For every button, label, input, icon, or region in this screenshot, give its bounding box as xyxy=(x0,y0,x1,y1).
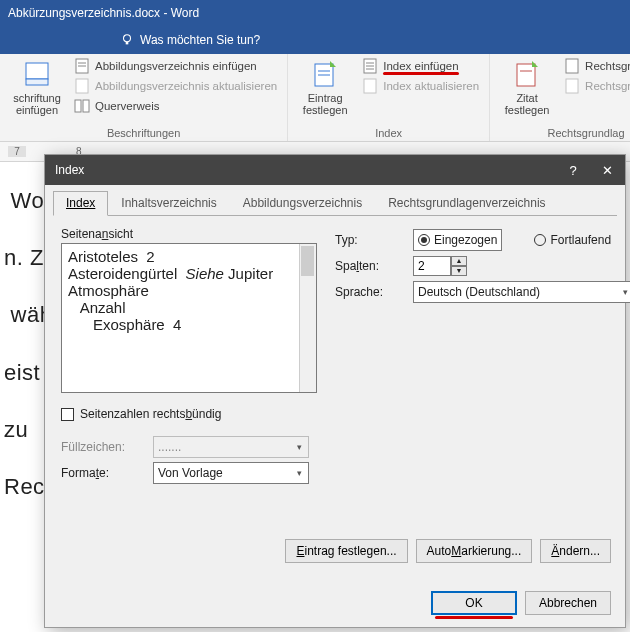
update-figure-index-label: Abbildungsverzeichnis aktualisieren xyxy=(95,80,277,92)
ribbon-group-label-captions: Beschriftungen xyxy=(10,125,277,139)
tab-figures[interactable]: Abbildungsverzeichnis xyxy=(230,191,375,216)
crossref-icon xyxy=(74,98,90,114)
insert-legal-button[interactable]: Rechtsgrundlage xyxy=(564,58,630,74)
window-title: Abkürzungsverzeichnis.docx - Word xyxy=(8,6,199,20)
svg-rect-1 xyxy=(126,42,129,45)
tell-me-text: Was möchten Sie tun? xyxy=(140,33,260,47)
ribbon: schriftung einfügen Abbildungsverzeichni… xyxy=(0,54,630,142)
svg-rect-18 xyxy=(517,64,535,86)
svg-rect-21 xyxy=(566,79,578,93)
mark-citation-button[interactable]: Zitat festlegen xyxy=(500,58,554,116)
update-index-icon xyxy=(362,78,378,94)
eintrag-festlegen-button[interactable]: Eintrag festlegen... xyxy=(285,539,407,563)
ribbon-group-label-legal: Rechtsgrundlag xyxy=(500,125,630,139)
svg-rect-9 xyxy=(83,100,89,112)
update-icon xyxy=(74,78,90,94)
mark-citation-icon xyxy=(511,58,543,90)
spalten-label: Spalten: xyxy=(335,259,405,273)
formate-select[interactable]: Von Vorlage ▾ xyxy=(153,462,309,484)
aendern-button[interactable]: Ändern... xyxy=(540,539,611,563)
preview-box: Aristoteles 2 Asteroidengürtel Siehe Jup… xyxy=(61,243,317,393)
dialog-footer: Eintrag festlegen... AutoMarkierung... Ä… xyxy=(59,539,611,615)
svg-rect-2 xyxy=(26,63,48,79)
tab-toc[interactable]: Inhaltsverzeichnis xyxy=(108,191,229,216)
sprache-label: Sprache: xyxy=(335,285,405,299)
update-index-button[interactable]: Index aktualisieren xyxy=(362,78,479,94)
update-legal-icon xyxy=(564,78,580,94)
preview-scrollbar[interactable] xyxy=(299,244,316,392)
spalten-spinner[interactable]: ▲▼ xyxy=(413,256,467,276)
mark-entry-button[interactable]: Eintrag festlegen xyxy=(298,58,352,116)
preview-line: Asteroidengürtel Siehe Jupiter xyxy=(68,265,310,282)
legal-doc-icon xyxy=(564,58,580,74)
update-index-label: Index aktualisieren xyxy=(383,80,479,92)
update-legal-label: Rechtsgrundlag xyxy=(585,80,630,92)
spalten-input[interactable] xyxy=(413,256,451,276)
ribbon-group-legal: Zitat festlegen Rechtsgrundlage Rechtsgr… xyxy=(490,54,630,141)
svg-rect-20 xyxy=(566,59,578,73)
formate-label: Formate: xyxy=(61,466,145,480)
dialog-tabs: Index Inhaltsverzeichnis Abbildungsverze… xyxy=(45,185,625,216)
insert-index-icon xyxy=(362,58,378,74)
cancel-button[interactable]: Abbrechen xyxy=(525,591,611,615)
mark-citation-label: Zitat festlegen xyxy=(505,92,550,116)
insert-figure-index-button[interactable]: Abbildungsverzeichnis einfügen xyxy=(74,58,277,74)
svg-rect-3 xyxy=(26,79,48,85)
svg-rect-7 xyxy=(76,79,88,93)
ribbon-group-captions: schriftung einfügen Abbildungsverzeichni… xyxy=(0,54,288,141)
lightbulb-icon xyxy=(120,33,134,47)
preview-line: Anzahl xyxy=(68,299,310,316)
chevron-down-icon: ▾ xyxy=(295,442,304,452)
tab-legal[interactable]: Rechtsgrundlagenverzeichnis xyxy=(375,191,558,216)
chevron-down-icon: ▾ xyxy=(621,287,630,297)
dialog-titlebar[interactable]: Index ? ✕ xyxy=(45,155,625,185)
crossref-button[interactable]: Querverweis xyxy=(74,98,277,114)
document-icon xyxy=(74,58,90,74)
dialog-help-button[interactable]: ? xyxy=(565,163,581,178)
insert-caption-button[interactable]: schriftung einfügen xyxy=(10,58,64,116)
radio-dot-icon xyxy=(534,234,546,246)
fuellzeichen-select: ....... ▾ xyxy=(153,436,309,458)
dialog-body: Seitenansicht Aristoteles 2 Asteroidengü… xyxy=(45,217,625,492)
insert-figure-index-label: Abbildungsverzeichnis einfügen xyxy=(95,60,257,72)
spin-up-icon[interactable]: ▲ xyxy=(451,256,467,266)
tab-index[interactable]: Index xyxy=(53,191,108,216)
svg-rect-8 xyxy=(75,100,81,112)
radio-dot-icon xyxy=(418,234,430,246)
sprache-value: Deutsch (Deutschland) xyxy=(418,285,540,299)
sprache-select[interactable]: Deutsch (Deutschland) ▾ xyxy=(413,281,630,303)
formate-value: Von Vorlage xyxy=(158,466,223,480)
insert-legal-label: Rechtsgrundlage xyxy=(585,60,630,72)
svg-point-0 xyxy=(124,35,131,42)
mark-entry-label: Eintrag festlegen xyxy=(303,92,348,116)
dialog-close-button[interactable]: ✕ xyxy=(599,163,615,178)
ok-button[interactable]: OK xyxy=(431,591,517,615)
insert-index-label: Index einfügen xyxy=(383,60,458,72)
crossref-label: Querverweis xyxy=(95,100,160,112)
tell-me-bar[interactable]: Was möchten Sie tun? xyxy=(0,26,630,54)
preview-line: Atmosphäre xyxy=(68,282,310,299)
ribbon-group-index: Eintrag festlegen Index einfügen Index a… xyxy=(288,54,490,141)
ruler-mark-7: 7 xyxy=(8,146,26,157)
index-dialog: Index ? ✕ Index Inhaltsverzeichnis Abbil… xyxy=(44,154,626,628)
chevron-down-icon: ▾ xyxy=(295,468,304,478)
insert-index-button[interactable]: Index einfügen xyxy=(362,58,479,74)
typ-label: Typ: xyxy=(335,233,405,247)
spin-down-icon[interactable]: ▼ xyxy=(451,266,467,276)
preview-line: Exosphäre 4 xyxy=(68,316,310,333)
automarkierung-button[interactable]: AutoMarkierung... xyxy=(416,539,533,563)
radio-fortlaufend[interactable]: Fortlaufend xyxy=(534,233,611,247)
rightalign-label: Seitenzahlen rechtsbündig xyxy=(80,407,221,421)
radio-eingezogen[interactable]: Eingezogen xyxy=(413,229,502,251)
preview-scroll-thumb[interactable] xyxy=(301,246,314,276)
window-titlebar: Abkürzungsverzeichnis.docx - Word xyxy=(0,0,630,26)
caption-icon xyxy=(21,58,53,90)
update-figure-index-button[interactable]: Abbildungsverzeichnis aktualisieren xyxy=(74,78,277,94)
preview-label: Seitenansicht xyxy=(61,227,317,241)
dialog-title: Index xyxy=(55,163,84,177)
rightalign-checkbox[interactable]: Seitenzahlen rechtsbündig xyxy=(61,407,221,421)
insert-caption-label: schriftung einfügen xyxy=(13,92,61,116)
update-legal-button[interactable]: Rechtsgrundlag xyxy=(564,78,630,94)
ribbon-group-label-index: Index xyxy=(298,125,479,139)
fuellzeichen-label: Füllzeichen: xyxy=(61,440,145,454)
